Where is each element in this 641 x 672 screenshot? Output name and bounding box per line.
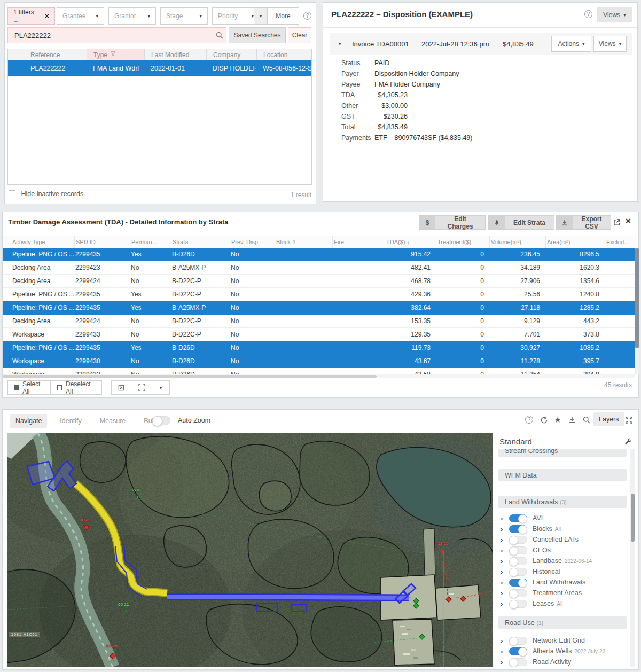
map-mode-tab[interactable]: Identify: [54, 414, 87, 428]
tda-table-row[interactable]: Pipeline: PNG / OS ... 2299435 Yes B-A25…: [3, 301, 636, 315]
col-spd-id[interactable]: SPD ID: [74, 236, 130, 248]
col-excluded[interactable]: Exclud...: [605, 236, 636, 248]
col-strata[interactable]: Strata: [171, 236, 230, 248]
active-filter-chip[interactable]: 1 filters ... ×: [7, 7, 55, 25]
search-input[interactable]: [7, 27, 226, 43]
more-filters-caret-button[interactable]: ▾: [254, 7, 268, 25]
help-icon[interactable]: ?: [303, 12, 311, 20]
chevron-right-icon[interactable]: ›: [501, 637, 509, 645]
tda-table-row[interactable]: Decking Area 2299423 No B-A25MX-P No 482…: [3, 261, 636, 275]
chevron-right-icon[interactable]: ›: [501, 536, 509, 544]
download-icon[interactable]: [567, 415, 577, 425]
tda-table-row[interactable]: Pipeline: PNG / OS ... 2299435 Yes B-D22…: [3, 288, 636, 301]
filter-dropdown[interactable]: Stage ▾: [160, 7, 208, 25]
wrench-icon[interactable]: [624, 438, 632, 446]
views-button[interactable]: Views ▾: [597, 7, 632, 22]
help-icon[interactable]: ?: [525, 416, 533, 424]
deselect-all-button[interactable]: Deselect All: [50, 380, 102, 395]
tda-horizontal-scrollbar[interactable]: [3, 374, 635, 378]
layer-toggle[interactable]: [509, 525, 527, 533]
layer-toggle[interactable]: [509, 589, 527, 597]
layer-toggle[interactable]: [509, 600, 527, 608]
column-header-location[interactable]: Location: [256, 49, 326, 61]
favorites-star-icon[interactable]: ★: [553, 415, 562, 425]
refresh-icon[interactable]: [539, 415, 549, 425]
table-more-options-button[interactable]: ▾: [152, 380, 170, 395]
clear-search-button[interactable]: Clear: [288, 27, 311, 43]
invoice-actions-button[interactable]: Actions ▾: [551, 36, 591, 52]
layers-button[interactable]: Layers: [593, 412, 624, 426]
tda-table-row[interactable]: Decking Area 2299424 No B-D22C-P No 153.…: [3, 315, 636, 328]
chevron-right-icon[interactable]: ›: [501, 589, 509, 597]
saved-searches-button[interactable]: Saved Searches: [229, 27, 286, 43]
chevron-right-icon[interactable]: ›: [501, 557, 509, 565]
layer-toggle[interactable]: [509, 637, 527, 645]
tda-table-row[interactable]: Workspace 2299433 No B-D22C-P No 129.35 …: [3, 328, 636, 341]
zoom-to-selection-button[interactable]: [111, 380, 131, 395]
chevron-right-icon[interactable]: ›: [501, 579, 509, 587]
layer-toggle[interactable]: [509, 536, 527, 544]
export-csv-button[interactable]: Export CSV: [556, 215, 611, 230]
search-icon[interactable]: [582, 415, 591, 425]
tda-table-row[interactable]: Pipeline: PNG / OS ... 2299435 Yes B-D26…: [3, 341, 636, 355]
layer-toggle[interactable]: [509, 546, 527, 554]
filter-dropdown[interactable]: Grantor ▾: [108, 7, 156, 25]
section-wfm-data[interactable]: WFM Data: [498, 469, 627, 481]
filter-dropdown[interactable]: Priority ▾: [212, 7, 260, 25]
col-permanent[interactable]: Perman...: [130, 236, 171, 248]
col-prev-disp[interactable]: Prev. Disp...: [230, 236, 275, 248]
chevron-right-icon[interactable]: ›: [501, 514, 509, 522]
tda-table-row[interactable]: Pipeline: PNG / OS ... 2299435 Yes B-D26…: [3, 248, 636, 261]
tda-table-row[interactable]: Decking Area 2299424 No B-D22C-P No 468.…: [3, 275, 636, 288]
section-stream-crossings[interactable]: Stream Crossings: [498, 449, 627, 457]
section-land-withdrawals[interactable]: Land Withdrawals(3): [498, 496, 627, 508]
invoice-views-button[interactable]: Views ▾: [593, 36, 627, 52]
tda-table-row[interactable]: Workspace 2299430 No B-D26D No 43.67 0 1…: [3, 355, 636, 368]
expand-map-icon[interactable]: [624, 415, 634, 425]
auto-zoom-toggle[interactable]: [152, 416, 170, 425]
finder-result-row[interactable]: PLA222222 FMA Land Wdrl 2022-01-01 DISP …: [8, 60, 311, 76]
more-filters-button[interactable]: More: [267, 7, 299, 25]
chevron-right-icon[interactable]: ›: [501, 546, 509, 554]
fullscreen-button[interactable]: [131, 380, 152, 395]
layer-toggle[interactable]: [509, 568, 527, 576]
col-tda[interactable]: TDA($) ↓: [385, 236, 436, 248]
layer-toggle[interactable]: [509, 658, 527, 666]
column-header-company[interactable]: Company: [206, 49, 256, 61]
col-activity-type[interactable]: Activity Type: [11, 236, 74, 248]
col-block[interactable]: Block #: [275, 236, 332, 248]
layer-toggle[interactable]: [509, 579, 527, 587]
chevron-right-icon[interactable]: ›: [501, 600, 509, 608]
map-mode-tab[interactable]: Measure: [95, 414, 131, 428]
layer-toggle[interactable]: [509, 647, 527, 655]
help-icon[interactable]: ?: [584, 10, 592, 18]
column-header-reference[interactable]: Reference: [24, 49, 87, 61]
section-road-use[interactable]: Road Use(1): [498, 616, 627, 629]
map-canvas[interactable]: 07-2012-1005-2113-1007-201081-A1C01: [7, 433, 493, 667]
select-all-button[interactable]: Select All: [7, 380, 51, 395]
chevron-right-icon[interactable]: ›: [501, 525, 509, 533]
col-fire[interactable]: Fire: [332, 236, 385, 248]
open-in-new-window-icon[interactable]: [613, 218, 621, 226]
filter-dropdown[interactable]: Grantee ▾: [57, 7, 104, 25]
layer-toggle[interactable]: [509, 514, 527, 522]
tda-vertical-scrollbar[interactable]: [635, 248, 639, 374]
search-icon[interactable]: [216, 32, 223, 39]
layer-toggle[interactable]: [509, 557, 527, 565]
hide-inactive-checkbox[interactable]: [9, 190, 15, 197]
close-icon[interactable]: ×: [626, 216, 631, 226]
column-header-last-modified[interactable]: Last Modified: [144, 49, 206, 61]
map-mode-tab[interactable]: Navigate: [10, 414, 47, 428]
edit-charges-button[interactable]: $ Edit Charges: [419, 215, 486, 230]
col-volume[interactable]: Volume(m³): [489, 236, 545, 248]
remove-filter-icon[interactable]: ×: [45, 12, 49, 20]
chevron-right-icon[interactable]: ›: [501, 568, 509, 576]
edit-strata-button[interactable]: Edit Strata: [488, 215, 554, 230]
column-header-type[interactable]: Type: [87, 49, 144, 61]
col-area[interactable]: Area(m²): [545, 236, 605, 248]
invoice-summary-bar[interactable]: ▾ Invoice TDA00001 2022-Jul-28 12:36 pm …: [330, 33, 632, 55]
tda-table-row[interactable]: Workspace 2299432 No B-D26D No 43.58 0 1…: [3, 368, 636, 374]
expand-caret-icon[interactable]: ▾: [339, 41, 341, 46]
chevron-right-icon[interactable]: ›: [501, 647, 509, 655]
layers-scrollbar[interactable]: [630, 449, 635, 667]
